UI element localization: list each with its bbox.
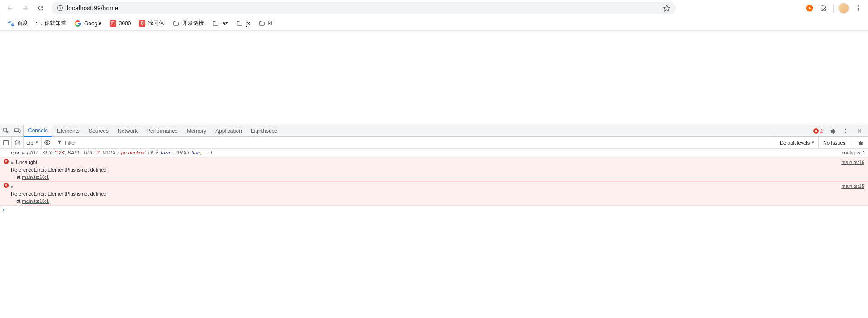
tab-performance[interactable]: Performance: [142, 125, 182, 137]
log-row[interactable]: env ▶{VITE_KEY: '123', BASE_URL: '/', MO…: [0, 149, 868, 158]
svg-rect-9: [19, 130, 20, 132]
svg-point-6: [858, 9, 859, 11]
menu-icon[interactable]: [852, 2, 864, 14]
console-filter-bar: top▼ Default levels▼ No Issues: [0, 137, 868, 149]
gear-icon[interactable]: [826, 125, 838, 137]
site-info-icon[interactable]: [57, 5, 63, 11]
bookmark-folder[interactable]: kl: [255, 18, 276, 29]
filter-field[interactable]: [65, 140, 155, 145]
svg-point-12: [845, 132, 846, 133]
baidu-icon: 🐾: [7, 20, 14, 27]
bookmark-folder[interactable]: 开发链接: [169, 18, 208, 29]
close-icon[interactable]: [854, 125, 865, 137]
folder-icon: [212, 20, 219, 27]
tab-network[interactable]: Network: [113, 125, 142, 137]
google-icon: [74, 20, 81, 27]
svg-point-17: [47, 142, 48, 144]
profile-avatar[interactable]: [838, 3, 849, 14]
page-content: [0, 31, 868, 125]
tab-lighthouse[interactable]: Lighthouse: [247, 125, 282, 137]
tab-memory[interactable]: Memory: [182, 125, 211, 137]
bookmark-item[interactable]: C徐同保: [135, 18, 168, 29]
chevron-down-icon: ▼: [811, 140, 815, 145]
console-settings-icon[interactable]: [854, 137, 865, 149]
error-message: ▶Uncaught ReferenceError: ElementPlus is…: [11, 159, 859, 181]
star-icon[interactable]: [663, 5, 670, 12]
error-row[interactable]: ✕ ▶ ReferenceError: ElementPlus is not d…: [0, 182, 868, 206]
red-c-icon: C: [139, 20, 145, 27]
bookmark-item[interactable]: Google: [71, 18, 105, 29]
console-prompt[interactable]: ›: [0, 206, 868, 215]
kebab-icon[interactable]: [840, 125, 852, 137]
folder-icon: [236, 20, 243, 27]
bookmark-item[interactable]: 🐾百度一下，你就知道: [4, 18, 70, 29]
console-output: env ▶{VITE_KEY: '123', BASE_URL: '/', MO…: [0, 149, 868, 215]
error-icon: ✕: [813, 128, 819, 134]
stack-link[interactable]: main.ts:16:1: [22, 198, 49, 204]
tab-sources[interactable]: Sources: [84, 125, 113, 137]
svg-rect-13: [3, 140, 8, 145]
reload-button[interactable]: [34, 2, 47, 14]
tab-application[interactable]: Application: [211, 125, 247, 137]
source-link[interactable]: main.ts:15: [841, 182, 864, 190]
expand-arrow-icon[interactable]: ▶: [11, 183, 14, 190]
folder-icon: [172, 20, 180, 27]
tab-elements[interactable]: Elements: [52, 125, 84, 137]
source-link[interactable]: main.ts:16: [841, 159, 864, 166]
forward-button[interactable]: [19, 2, 32, 14]
address-bar[interactable]: localhost:99/home: [52, 2, 676, 14]
context-selector[interactable]: top▼: [24, 137, 42, 149]
clear-console-icon[interactable]: [12, 137, 24, 149]
bookmarks-bar: 🐾百度一下，你就知道 Google 田3000 C徐同保 开发链接 az jx …: [0, 16, 868, 31]
error-icon: ✕: [3, 182, 9, 188]
devtools: ConsoleElementsSourcesNetworkPerformance…: [0, 125, 868, 215]
inspect-icon[interactable]: [0, 125, 12, 137]
error-icon: ✕: [3, 159, 9, 164]
browser-toolbar: localhost:99/home: [0, 0, 868, 16]
prompt-arrow-icon: ›: [3, 207, 5, 213]
svg-rect-7: [3, 128, 6, 131]
svg-point-11: [845, 130, 846, 131]
back-button[interactable]: [4, 2, 16, 14]
stack-link[interactable]: main.ts:16:1: [22, 174, 49, 180]
svg-point-4: [858, 5, 859, 7]
issues-link[interactable]: No Issues: [818, 137, 850, 149]
filter-input[interactable]: [53, 137, 159, 149]
bookmark-folder[interactable]: jx: [232, 18, 254, 29]
extensions-icon[interactable]: [818, 3, 829, 14]
chevron-down-icon: ▼: [35, 140, 38, 145]
error-row[interactable]: ✕ ▶Uncaught ReferenceError: ElementPlus …: [0, 158, 868, 182]
red-icon: 田: [110, 20, 116, 27]
svg-line-16: [16, 141, 19, 144]
svg-rect-8: [14, 129, 19, 131]
url-text: localhost:99/home: [67, 5, 119, 12]
error-message: ▶ ReferenceError: ElementPlus is not def…: [11, 182, 859, 205]
log-message: env ▶{VITE_KEY: '123', BASE_URL: '/', MO…: [11, 149, 859, 157]
source-link[interactable]: config.ts:7: [842, 149, 864, 156]
bookmark-folder[interactable]: az: [209, 18, 232, 29]
svg-point-10: [845, 128, 846, 129]
expand-arrow-icon[interactable]: ▶: [11, 159, 14, 166]
extension-orange-icon[interactable]: [804, 3, 815, 14]
devtools-tabs: ConsoleElementsSourcesNetworkPerformance…: [0, 125, 868, 137]
error-badge[interactable]: ✕2: [811, 128, 825, 134]
expand-arrow-icon[interactable]: ▶: [22, 150, 25, 157]
live-expression-icon[interactable]: [42, 137, 53, 149]
spacer: [3, 149, 9, 150]
tabs-container: ConsoleElementsSourcesNetworkPerformance…: [24, 125, 282, 137]
log-levels-selector[interactable]: Default levels▼: [775, 137, 815, 149]
tab-console[interactable]: Console: [24, 125, 52, 137]
bookmark-item[interactable]: 田3000: [106, 19, 135, 28]
svg-point-5: [858, 7, 859, 9]
folder-icon: [258, 20, 266, 27]
device-icon[interactable]: [12, 125, 24, 137]
sidebar-toggle-icon[interactable]: [0, 137, 12, 149]
